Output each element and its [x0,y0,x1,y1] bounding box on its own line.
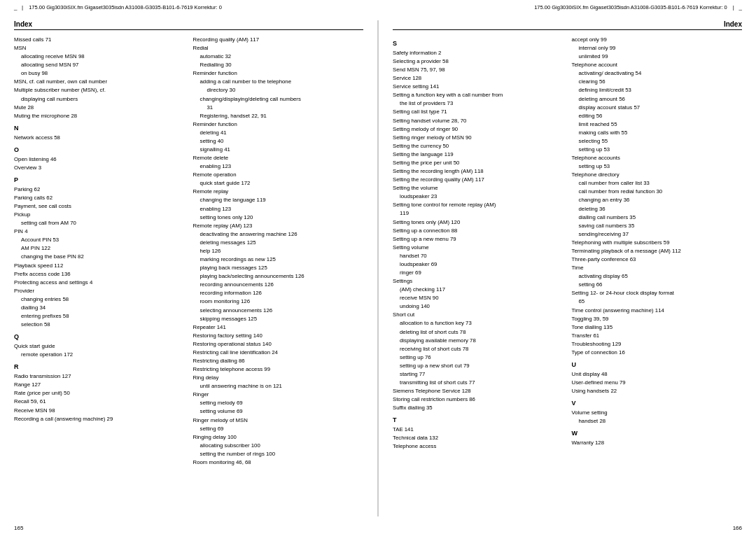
bottom-bar: 165 166 [0,522,756,534]
index-entry: recording announcements 126 [193,281,364,289]
index-entry: making calls with 55 [572,129,743,137]
index-entry: Setting tones only (AM) 120 [393,218,564,227]
index-entry: Transfer 61 [572,332,743,340]
index-entry: Setting the currency 50 [393,142,564,150]
index-entry: skipping messages 125 [193,315,364,323]
index-entry: Remote delete [193,154,364,162]
index-entry: Time control (answering machine) 114 [572,307,743,315]
index-entry: Safety information 2 [393,49,564,57]
index-entry: TAE 141 [393,426,564,434]
index-entry: MSN, cf. call number, own call number [14,78,185,86]
index-entry: setting up a new short cut 79 [393,362,564,370]
index-entry: Ringer [193,391,364,399]
index-entry: setting melody 69 [193,399,364,407]
index-entry: U [572,360,743,370]
index-entry: receive MSN 90 [393,294,564,302]
index-entry: V [572,399,743,409]
index-entry: changing entries 58 [14,295,185,304]
index-entry: Telephone access [393,442,564,451]
index-entry: Using handsets 22 [572,387,743,395]
index-entry: allocating send MSN 97 [14,61,185,69]
index-entry: allocation to a function key 73 [393,319,564,328]
index-entry: Setting the price per unit 50 [393,159,564,167]
index-entry: Unit display 48 [572,370,743,379]
index-entry: N [14,124,185,134]
index-entry: S [393,39,564,49]
index-entry: Reminder function [193,69,364,78]
index-entry: Setting 12- or 24-hour clock display for… [572,289,743,297]
index-entry: Muting the microphone 28 [14,112,185,120]
index-entry: Recall 59, 61 [14,398,185,406]
index-entry: Overview 3 [14,164,185,172]
index-entry: dialling 34 [14,304,185,312]
index-entry: loudspeaker 69 [393,260,564,269]
index-entry: changing the base PIN 82 [14,253,185,261]
index-entry: setting 66 [572,281,743,289]
index-entry: help 126 [193,247,364,255]
index-entry: Parking calls 62 [14,194,185,202]
index-entry: Setting volume [393,244,564,252]
index-entry: call number from caller list 33 [572,179,743,188]
index-entry: Restoring factory setting 140 [193,332,364,340]
index-entry: Setting a function key with a call numbe… [393,91,564,99]
index-entry: Troubleshooting 129 [572,340,743,349]
index-entry: Service setting 141 [393,83,564,91]
index-entry: Parking 62 [14,185,185,194]
index-entry: Playback speed 112 [14,262,185,270]
index-entry: handset 28 [572,417,743,426]
index-entry: activating/ deactivating 54 [572,69,743,78]
index-entry: Restricting call line identification 24 [193,349,364,357]
index-entry: dialling call numbers 35 [572,213,743,222]
index-entry: setting the number of rings 100 [193,450,364,458]
index-entry: Remote operation [193,171,364,179]
page-number-left: 165 [14,525,23,531]
index-entry: quick start guide 172 [193,179,364,188]
index-entry: Short cut [393,311,564,319]
index-entry: deleting list of short cuts 78 [393,328,564,337]
index-entry: Reminder function [193,120,364,129]
index-entry: Toggling 39, 59 [572,315,743,323]
index-entry: Payment, see call costs [14,202,185,211]
index-entry: Suffix dialling 35 [393,404,564,412]
index-entry: marking recordings as new 125 [193,255,364,264]
index-entry: saving call numbers 35 [572,222,743,230]
corner-mark-tl: _ | [14,4,23,10]
right-index-title: Index [393,20,742,30]
left-col-1: Missed calls 71MSNallocating receive MSN… [14,36,185,467]
index-entry: Settings [393,277,564,286]
index-entry: handset 70 [393,252,564,260]
index-entry: playing back/selecting announcements 126 [193,272,364,281]
index-entry: room monitoring 126 [193,297,364,306]
index-entry: Setting the volume [393,184,564,192]
index-entry: W [572,429,743,439]
index-entry: Provider [14,287,185,295]
index-entry: Service 128 [393,74,564,83]
index-entry: Three-party conference 63 [572,255,743,264]
index-entry: Account PIN 53 [14,236,185,244]
header-right-info: 175.00 Gig3030iSIX.fm Gigaset3035isdn A3… [534,4,727,10]
index-entry: Room monitoring 46, 68 [193,458,364,467]
index-entry: setting 40 [193,137,364,146]
index-entry: Send MSN 75, 97, 98 [393,66,564,74]
index-entry: setting 69 [193,425,364,433]
index-entry: defining limit/credit 53 [572,86,743,94]
index-entry: transmitting list of short cuts 77 [393,379,564,387]
index-entry: setting up 53 [572,162,743,171]
index-entry: on busy 98 [14,69,185,78]
index-entry: displaying call numbers [14,95,185,104]
index-entry: Volume setting [572,409,743,417]
index-entry: setting up 76 [393,353,564,362]
index-entry: Rate (price per unit) 50 [14,389,185,398]
index-entry: Setting the language 119 [393,150,564,159]
index-entry: directory 30 [193,86,364,94]
index-entry: Selecting a provider 58 [393,57,564,66]
index-entry: changing an entry 36 [572,196,743,204]
index-entry: 119 [393,209,564,218]
right-index-columns: SSafety information 2Selecting a provide… [393,36,742,451]
page-left: Index Missed calls 71MSNallocating recei… [0,15,377,522]
index-entry: enabling 123 [193,205,364,213]
index-entry: deleting 36 [572,205,743,213]
index-entry: allocating subscriber 100 [193,442,364,450]
index-entry: Setting melody of ringer 90 [393,125,564,134]
index-entry: Q [14,332,185,342]
